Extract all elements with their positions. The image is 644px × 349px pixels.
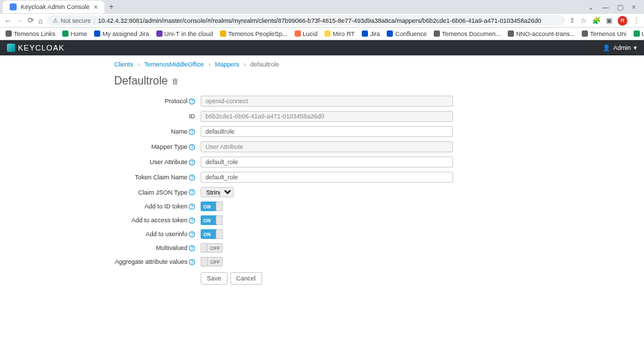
content-area: Clients › TemenosMiddleOffice › Mappers …: [0, 55, 644, 285]
extension-icon[interactable]: ▣: [606, 17, 612, 24]
help-icon[interactable]: ?: [189, 204, 195, 210]
bookmark-item[interactable]: NNO-account-trans...: [508, 30, 575, 37]
help-icon[interactable]: ?: [189, 231, 195, 238]
bookmark-favicon: [62, 30, 68, 37]
minimize-button[interactable]: —: [602, 3, 609, 11]
maximize-button[interactable]: ▢: [617, 3, 623, 11]
bookmark-favicon: [156, 30, 163, 37]
profile-avatar[interactable]: R: [618, 16, 627, 26]
row-mapper-type: Mapper Type?: [114, 141, 644, 152]
bookmark-item[interactable]: Temenos Uni: [582, 30, 627, 37]
input-user-attribute[interactable]: [201, 156, 453, 168]
url-box[interactable]: ⚠ Not secure | 10.42.4.32:8081/admin/mas…: [47, 15, 565, 26]
help-icon[interactable]: ?: [189, 259, 195, 265]
bookmark-label: NNO-account-trans...: [516, 30, 575, 37]
bookmark-label: Jira: [370, 30, 380, 37]
help-icon[interactable]: ?: [189, 144, 195, 150]
reload-button[interactable]: ⟳: [28, 16, 34, 25]
breadcrumb-current: defaultrole: [250, 61, 279, 68]
help-icon[interactable]: ?: [189, 174, 195, 181]
toggle-aggregate-attribute-values[interactable]: [201, 257, 223, 267]
input-name[interactable]: [201, 126, 453, 137]
tab-close-icon[interactable]: ×: [94, 3, 98, 11]
bookmark-favicon: [220, 30, 226, 37]
input-token-claim-name[interactable]: [201, 172, 453, 183]
bookmark-item[interactable]: Confluence: [387, 30, 427, 37]
close-window-button[interactable]: ×: [632, 3, 636, 11]
page-title: Defaultrole 🗑: [114, 75, 644, 87]
bookmark-favicon: [94, 30, 100, 37]
keycloak-logo[interactable]: KEYCLOAK: [7, 44, 64, 52]
select-claim-json-type[interactable]: String: [201, 187, 234, 197]
breadcrumb-clients[interactable]: Clients: [114, 61, 134, 68]
label-mapper-type: Mapper Type: [151, 143, 187, 150]
breadcrumb: Clients › TemenosMiddleOffice › Mappers …: [114, 61, 644, 68]
help-icon[interactable]: ?: [189, 217, 195, 224]
bookmark-label: Confluence: [395, 30, 427, 37]
help-icon[interactable]: ?: [189, 245, 195, 251]
bookmark-item[interactable]: Home: [62, 30, 87, 37]
chevron-down-icon: ▾: [634, 44, 637, 51]
back-button[interactable]: ←: [4, 17, 12, 25]
delete-icon[interactable]: 🗑: [172, 77, 179, 85]
row-aggregate-attribute-values: Aggregate attribute values?: [114, 257, 644, 267]
help-icon[interactable]: ?: [189, 159, 195, 165]
bookmark-item[interactable]: Temenos Documen...: [434, 30, 501, 37]
browser-tab[interactable]: Keycloak Admin Console ×: [3, 1, 104, 13]
label-claim-json-type: Claim JSON Type: [138, 189, 187, 196]
help-icon[interactable]: ?: [189, 129, 195, 135]
toggle-add-to-id-token[interactable]: [201, 202, 223, 211]
address-bar: ← → ⟳ ⌂ ⚠ Not secure | 10.42.4.32:8081/a…: [0, 14, 644, 28]
tab-favicon: [10, 3, 17, 10]
forward-button[interactable]: →: [16, 17, 24, 25]
breadcrumb-sep: ›: [138, 61, 140, 68]
bookmark-favicon: [324, 30, 331, 37]
toggle-multivalued[interactable]: [201, 243, 223, 253]
save-button[interactable]: Save: [201, 272, 228, 285]
bookmark-item[interactable]: Jira: [362, 30, 380, 37]
bookmark-icon[interactable]: ☆: [580, 17, 587, 24]
help-icon[interactable]: ?: [189, 189, 195, 195]
bookmark-item[interactable]: Uni-T in the cloud: [156, 30, 213, 37]
extensions-icon[interactable]: 🧩: [592, 17, 600, 24]
row-claim-json-type: Claim JSON Type? String: [114, 187, 644, 197]
window-controls: ⌄ — ▢ ×: [588, 3, 641, 11]
row-user-attribute: User Attribute?: [114, 156, 644, 168]
bookmark-item[interactable]: Miro RT: [324, 30, 355, 37]
help-icon[interactable]: ?: [189, 98, 195, 105]
label-add-to-access-token: Add to access token: [131, 217, 187, 224]
bookmark-item[interactable]: My assigned Jira: [94, 30, 149, 37]
row-name: Name?: [114, 126, 644, 137]
bookmark-favicon: [387, 30, 393, 37]
tab-strip: Keycloak Admin Console × + ⌄ — ▢ ×: [0, 0, 644, 14]
bookmark-label: UTP: [642, 30, 644, 37]
cancel-button[interactable]: Cancel: [230, 272, 262, 285]
bookmark-item[interactable]: UTP: [634, 30, 644, 37]
breadcrumb-client-name[interactable]: TemenosMiddleOffice: [144, 61, 203, 68]
breadcrumb-mappers[interactable]: Mappers: [215, 61, 239, 68]
browser-chrome: Keycloak Admin Console × + ⌄ — ▢ × ← → ⟳…: [0, 0, 644, 40]
toggle-add-to-access-token[interactable]: [201, 215, 223, 225]
bookmark-favicon: [362, 30, 368, 37]
label-user-attribute: User Attribute: [149, 159, 187, 165]
row-protocol: Protocol?: [114, 96, 644, 107]
new-tab-button[interactable]: +: [109, 2, 113, 12]
row-add-to-id-token: Add to ID token?: [114, 202, 644, 211]
toggle-add-to-userinfo[interactable]: [201, 229, 223, 239]
input-mapper-type: [201, 141, 453, 152]
user-icon: 👤: [602, 44, 610, 51]
menu-icon[interactable]: ⋮: [633, 17, 640, 24]
bookmark-favicon: [434, 30, 440, 37]
bookmark-item[interactable]: Temenos PeopleSp...: [220, 30, 288, 37]
keycloak-logo-text: KEYCLOAK: [18, 44, 64, 52]
bookmark-item[interactable]: Temenos Links: [6, 30, 55, 37]
bookmark-item[interactable]: Lucid: [295, 30, 318, 37]
bookmark-favicon: [582, 30, 588, 37]
bookmark-label: My assigned Jira: [102, 30, 149, 37]
user-menu[interactable]: 👤 Admin ▾: [602, 44, 637, 51]
share-icon[interactable]: ⇪: [569, 17, 575, 24]
chevron-down-icon[interactable]: ⌄: [588, 3, 594, 11]
home-button[interactable]: ⌂: [38, 17, 43, 25]
bookmark-label: Lucid: [303, 30, 318, 37]
bookmark-label: Temenos PeopleSp...: [228, 30, 288, 37]
